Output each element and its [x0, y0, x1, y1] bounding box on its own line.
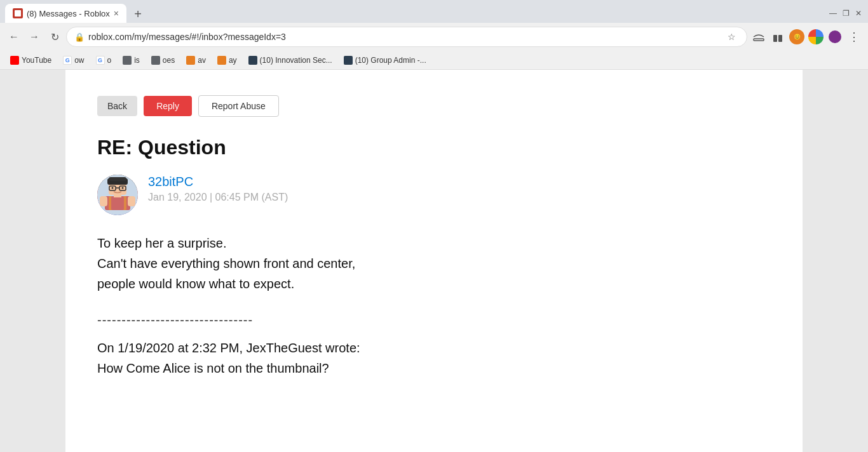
bookmark-youtube-label: YouTube [22, 56, 51, 65]
quote-divider: -------------------------------- [97, 313, 771, 328]
orange-favicon-av [186, 56, 195, 65]
author-section: 32bitPC Jan 19, 2020 | 06:45 PM (AST) [97, 175, 771, 215]
bookmark-ay[interactable]: ay [212, 54, 242, 67]
gray-favicon-is [123, 56, 132, 65]
bookmark-is[interactable]: is [118, 54, 145, 67]
svg-point-19 [122, 187, 124, 189]
ext-purple-button[interactable] [826, 28, 844, 46]
back-button[interactable]: Back [97, 96, 137, 116]
forward-button[interactable]: → [25, 28, 43, 46]
extensions-button[interactable] [769, 28, 787, 46]
action-bar: Back Reply Report Abuse [97, 95, 771, 117]
lock-icon: 🔒 [74, 32, 85, 42]
message-title: RE: Question [97, 136, 771, 159]
author-name[interactable]: 32bitPC [148, 175, 288, 189]
purple-extension-icon [829, 30, 841, 43]
bookmark-innovation-label: (10) Innovation Sec... [260, 56, 332, 65]
bookmark-ow-label: ow [74, 56, 84, 65]
profile-button[interactable]: 😊 [788, 28, 806, 46]
tab-title: (8) Messages - Roblox [27, 9, 110, 18]
message-date: Jan 19, 2020 | 06:45 PM (AST) [148, 192, 288, 203]
dark-favicon-innovation [248, 56, 257, 65]
bookmark-is-label: is [134, 56, 140, 65]
avatar-image [97, 175, 138, 215]
report-abuse-button[interactable]: Report Abuse [198, 95, 279, 117]
bookmark-youtube[interactable]: YouTube [5, 54, 57, 67]
bookmark-ay-label: ay [229, 56, 237, 65]
maximize-button[interactable]: ❐ [841, 9, 850, 18]
menu-button[interactable]: ⋮ [845, 28, 863, 46]
back-button[interactable]: ← [5, 28, 23, 46]
bookmark-o[interactable]: G o [91, 54, 117, 67]
message-line-2: Can't have everything shown front and ce… [97, 253, 771, 274]
google-favicon-ow: G [63, 56, 72, 65]
window-controls: — ❐ ✕ [829, 9, 863, 18]
svg-rect-0 [754, 39, 764, 41]
browser-chrome: (8) Messages - Roblox × + — ❐ ✕ ← → ↻ 🔒 … [0, 0, 868, 70]
bookmark-innovation[interactable]: (10) Innovation Sec... [243, 54, 337, 67]
new-tab-button[interactable]: + [129, 5, 147, 23]
close-window-button[interactable]: ✕ [854, 9, 863, 18]
title-bar: (8) Messages - Roblox × + — ❐ ✕ [0, 0, 868, 23]
cast-button[interactable] [750, 28, 768, 46]
message-container: Back Reply Report Abuse RE: Question [65, 70, 803, 452]
message-line-1: To keep her a surprise. [97, 233, 771, 253]
author-details: 32bitPC Jan 19, 2020 | 06:45 PM (AST) [148, 175, 288, 203]
reply-button[interactable]: Reply [144, 96, 192, 116]
chrome-icon [807, 28, 825, 46]
bookmark-group-admin-label: (10) Group Admin -... [355, 56, 426, 65]
address-text: roblox.com/my/messages/#!/inbox?messageI… [88, 32, 724, 42]
bookmark-ow[interactable]: G ow [58, 54, 89, 67]
bookmark-av[interactable]: av [181, 54, 211, 67]
chrome-logo-icon [808, 29, 824, 44]
bookmark-star-icon[interactable]: ☆ [724, 29, 739, 44]
svg-rect-10 [128, 196, 135, 206]
bookmark-av-label: av [198, 56, 206, 65]
toolbar-right: 😊 ⋮ [750, 28, 863, 46]
youtube-favicon [10, 56, 19, 65]
tab-favicon-inner [15, 10, 21, 17]
svg-rect-3 [773, 38, 777, 42]
tab-bar: (8) Messages - Roblox × + [5, 4, 829, 23]
svg-rect-4 [778, 38, 782, 42]
gray-favicon-oes [151, 56, 160, 65]
profile-icon: 😊 [789, 29, 804, 44]
tab-favicon [13, 8, 23, 18]
quote-content: How Come Alice is not on the thumbnail? [97, 358, 771, 378]
bookmark-o-label: o [107, 56, 112, 65]
bookmark-oes-label: oes [163, 56, 175, 65]
tab-close-button[interactable]: × [114, 8, 119, 18]
svg-rect-8 [111, 196, 124, 210]
dark-favicon-group-admin [344, 56, 353, 65]
bookmark-group-admin[interactable]: (10) Group Admin -... [339, 54, 431, 67]
address-bar[interactable]: 🔒 roblox.com/my/messages/#!/inbox?messag… [66, 27, 747, 47]
reload-button[interactable]: ↻ [46, 28, 64, 46]
quoted-message: On 1/19/2020 at 2:32 PM, JexTheGuest wro… [97, 338, 771, 378]
google-favicon-o: G [96, 56, 105, 65]
active-tab[interactable]: (8) Messages - Roblox × [5, 4, 126, 23]
svg-rect-14 [109, 177, 126, 181]
message-line-3: people would know what to expect. [97, 274, 771, 294]
minimize-button[interactable]: — [829, 9, 837, 18]
orange-favicon-ay [217, 56, 226, 65]
svg-point-18 [112, 187, 114, 189]
svg-rect-9 [100, 196, 107, 206]
bookmark-oes[interactable]: oes [146, 54, 180, 67]
avatar [97, 175, 138, 215]
quote-attribution: On 1/19/2020 at 2:32 PM, JexTheGuest wro… [97, 338, 771, 358]
bookmarks-bar: YouTube G ow G o is oes av ay (10) Innov… [0, 51, 868, 70]
message-body: To keep her a surprise. Can't have every… [97, 233, 771, 294]
page-content: Back Reply Report Abuse RE: Question [0, 70, 868, 452]
navigation-bar: ← → ↻ 🔒 roblox.com/my/messages/#!/inbox?… [0, 23, 868, 51]
